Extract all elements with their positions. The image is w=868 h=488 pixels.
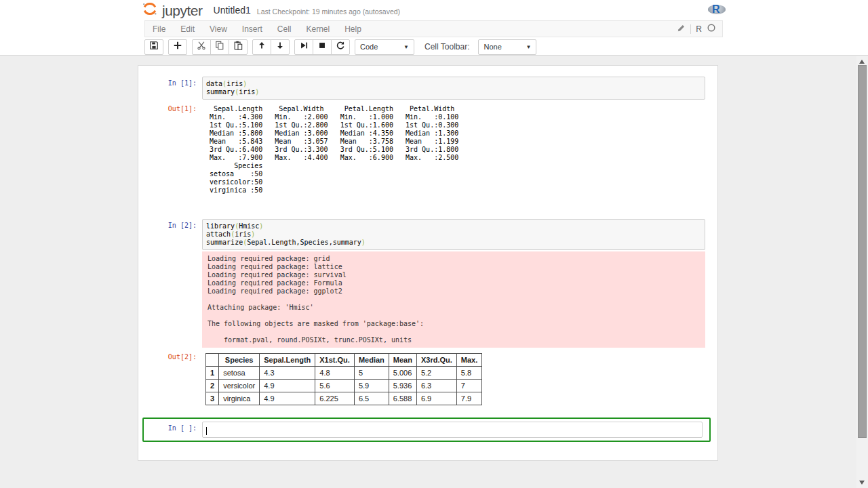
scrollbar-thumb[interactable] xyxy=(858,65,867,438)
header: jupyter Untitled1 Last Checkpoint: 19 mi… xyxy=(0,0,868,56)
jupyter-logo-icon xyxy=(142,1,158,20)
interrupt-kernel-button[interactable] xyxy=(313,39,332,55)
stderr-output: Loading required package: grid Loading r… xyxy=(202,251,705,348)
move-cell-up-button[interactable] xyxy=(252,39,271,55)
table-row: 3virginica4.96.2256.56.5886.97.9 xyxy=(206,392,482,405)
menu-file[interactable]: File xyxy=(145,24,173,34)
table-cell: 5.936 xyxy=(389,380,416,392)
table-cell: 5.6 xyxy=(315,380,355,392)
code-cell-2[interactable]: In [2]:library(Hmisc)attach(iris)summari… xyxy=(144,215,712,412)
arrow-down-icon xyxy=(275,41,285,53)
chevron-down-icon: ▼ xyxy=(403,44,409,50)
r-logo-letter: R xyxy=(712,3,720,16)
cut-icon xyxy=(197,41,206,53)
table-cell: 6.9 xyxy=(416,392,456,405)
input-area-wrapper: library(Hmisc)attach(iris)summarize(Sepa… xyxy=(202,219,705,250)
table-header-row: SpeciesSepal.LengthX1st.Qu.MedianMeanX3r… xyxy=(206,354,482,367)
move-cell-down-button[interactable] xyxy=(271,39,290,55)
toolbar-button-group xyxy=(294,39,350,55)
table-cell: 3 xyxy=(206,392,219,405)
table-cell: 4.8 xyxy=(315,367,355,380)
restart-kernel-button[interactable] xyxy=(331,39,350,55)
menu-bar: FileEditViewInsertCellKernelHelp R xyxy=(144,20,723,37)
cell-toolbar-value: None xyxy=(484,43,501,51)
table-header-cell: Sepal.Length xyxy=(260,354,315,367)
run-icon xyxy=(299,41,309,53)
table-header-cell: Max. xyxy=(456,354,481,367)
table-cell: virginica xyxy=(219,392,260,405)
table-cell: 2 xyxy=(206,380,219,392)
input-prompt: In [ ]: xyxy=(145,422,202,438)
title-bar: jupyter Untitled1 Last Checkpoint: 19 mi… xyxy=(142,0,400,20)
menu-divider xyxy=(690,24,691,34)
restart-icon xyxy=(336,41,345,53)
code-input-area[interactable]: library(Hmisc)attach(iris)summarize(Sepa… xyxy=(202,219,705,250)
table-header-cell: X1st.Qu. xyxy=(315,354,355,367)
menu-cell[interactable]: Cell xyxy=(270,24,299,34)
menu-help[interactable]: Help xyxy=(337,24,369,34)
input-area-wrapper xyxy=(202,422,703,438)
menu-view[interactable]: View xyxy=(202,24,235,34)
kernel-indicator-area: R xyxy=(677,23,722,35)
cut-cells-button[interactable] xyxy=(192,39,211,55)
add-cell-icon xyxy=(173,41,182,53)
notebook-title[interactable]: Untitled1 xyxy=(214,5,251,16)
chevron-down-icon: ▼ xyxy=(526,44,532,50)
cell-toolbar-select[interactable]: None ▼ xyxy=(478,39,536,55)
table-cell: 6.5 xyxy=(354,392,389,405)
menu-kernel[interactable]: Kernel xyxy=(299,24,338,34)
code-cell-1[interactable]: In [1]:data(iris)summary(iris)Out[1]: Se… xyxy=(144,73,712,215)
code-cell-3[interactable]: In [ ]: xyxy=(142,418,711,442)
kernel-idle-icon xyxy=(707,23,716,35)
table-cell: 5.006 xyxy=(389,367,416,380)
empty-code-input-area[interactable] xyxy=(202,422,703,438)
output-area: Loading required package: grid Loading r… xyxy=(202,250,705,348)
table-cell: 5.9 xyxy=(354,380,389,392)
edit-mode-pencil-icon xyxy=(677,23,686,35)
table-cell: 6.225 xyxy=(315,392,355,405)
table-cell: 7 xyxy=(456,380,481,392)
table-row: 2versicolor4.95.65.95.9366.37 xyxy=(206,380,482,392)
scrollbar-up-arrow-icon[interactable] xyxy=(859,60,865,64)
output-area: Sepal.Length Sepal.Width Petal.Length Pe… xyxy=(202,102,705,211)
table-cell: 7.9 xyxy=(456,392,481,405)
table-cell: versicolor xyxy=(219,380,260,392)
menu-edit[interactable]: Edit xyxy=(173,24,202,34)
code-input-area[interactable]: data(iris)summary(iris) xyxy=(202,77,705,100)
toolbar-button-group xyxy=(252,39,290,55)
cell-type-select[interactable]: Code ▼ xyxy=(355,39,414,55)
copy-icon xyxy=(215,41,224,53)
paste-cells-button[interactable] xyxy=(229,39,248,55)
input-area-wrapper: data(iris)summary(iris) xyxy=(202,77,705,100)
cell-toolbar-label: Cell Toolbar: xyxy=(425,42,469,52)
jupyter-logo[interactable]: jupyter xyxy=(142,1,203,20)
insert-cell-button[interactable] xyxy=(168,39,187,55)
save-icon xyxy=(149,41,159,53)
table-cell: 5.8 xyxy=(456,367,481,380)
toolbar-button-group xyxy=(168,39,187,55)
table-header-cell: Median xyxy=(354,354,389,367)
table-header-cell xyxy=(206,354,219,367)
paste-icon xyxy=(233,41,243,53)
copy-cells-button[interactable] xyxy=(210,39,229,55)
cell-type-value: Code xyxy=(360,43,378,51)
toolbar-button-group xyxy=(144,39,163,55)
table-cell: 1 xyxy=(206,367,219,380)
scrollbar-down-arrow-icon[interactable] xyxy=(859,481,865,485)
run-cell-button[interactable] xyxy=(294,39,313,55)
table-cell: setosa xyxy=(219,367,260,380)
dataframe-table: SpeciesSepal.LengthX1st.Qu.MedianMeanX3r… xyxy=(205,353,482,405)
text-cursor xyxy=(206,427,207,435)
table-header-cell: Mean xyxy=(389,354,416,367)
vertical-scrollbar[interactable] xyxy=(856,56,868,488)
output-prompt: Out[2]: xyxy=(145,350,202,408)
table-row: 1setosa4.34.855.0065.25.8 xyxy=(206,367,482,380)
save-notebook-button[interactable] xyxy=(144,39,163,55)
table-cell: 4.9 xyxy=(260,392,315,405)
table-cell: 6.588 xyxy=(389,392,416,405)
toolbar-button-group xyxy=(192,39,248,55)
input-prompt: In [2]: xyxy=(145,219,202,250)
toolbar: Code ▼ Cell Toolbar: None ▼ xyxy=(144,39,536,55)
menu-insert[interactable]: Insert xyxy=(235,24,270,34)
table-header-cell: X3rd.Qu. xyxy=(416,354,456,367)
